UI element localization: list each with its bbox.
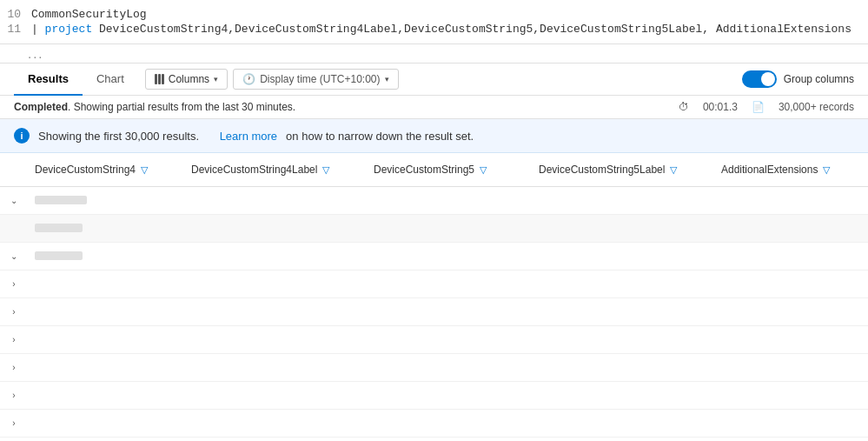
records-count: 30,000+ records (779, 101, 854, 113)
expand-button-2[interactable]: ⌄ (0, 251, 28, 261)
group-columns-toggle[interactable] (742, 70, 777, 88)
table-row: › (0, 354, 868, 382)
cell-2-3 (367, 249, 532, 264)
placeholder (35, 196, 87, 204)
records-icon: 📄 (752, 101, 765, 113)
col-header-2[interactable]: DeviceCustomString4Label ▽ (184, 160, 367, 179)
clock-icon: 🕐 (242, 73, 255, 85)
expand-button-4[interactable]: › (0, 307, 28, 317)
cell-2-2 (184, 249, 367, 264)
placeholder (35, 224, 83, 232)
columns-button-label: Columns (169, 73, 209, 85)
info-banner: i Showing the first 30,000 results. Lear… (0, 119, 868, 153)
info-message-before: Showing the first 30,000 results. (38, 130, 199, 143)
group-columns-label: Group columns (784, 73, 854, 85)
columns-icon (155, 74, 164, 84)
group-columns-toggle-container: Group columns (742, 70, 854, 88)
filter-icon-5[interactable]: ▽ (823, 164, 830, 176)
filter-icon-1[interactable]: ▽ (141, 164, 148, 176)
cell-4-2 (184, 311, 367, 314)
more-options-dots[interactable]: ... (28, 46, 44, 61)
table-row: ⌄ (0, 243, 868, 271)
cell-sub-1-4 (532, 221, 714, 237)
info-message-after: on how to narrow down the result set. (286, 130, 474, 143)
code-line-10: 10 CommonSecurityLog (0, 7, 868, 22)
col-1-label: DeviceCustomString4 (35, 164, 136, 176)
code-editor: 10 CommonSecurityLog 11 | project Device… (0, 0, 868, 44)
expand-button-7[interactable]: › (0, 391, 28, 400)
cell-1-4 (532, 193, 714, 209)
row-data-6 (28, 363, 868, 373)
cell-sub-1-3 (367, 221, 532, 237)
expand-button-8[interactable]: › (0, 418, 28, 428)
code-text-10: CommonSecurityLog (31, 8, 147, 21)
cell-2-5 (714, 249, 868, 264)
row-data-5 (28, 335, 868, 345)
row-sub-data-1 (28, 216, 868, 242)
col-3-label: DeviceCustomString5 (374, 164, 474, 176)
completed-label: Completed (14, 101, 68, 113)
status-right: ⏱ 00:01.3 📄 30,000+ records (679, 101, 854, 113)
col-header-5[interactable]: AdditionalExtensions ▽ (714, 160, 868, 179)
cell-1-3 (367, 193, 532, 209)
table-header: DeviceCustomString4 ▽ DeviceCustomString… (0, 153, 868, 187)
col-5-label: AdditionalExtensions (721, 164, 818, 176)
time-icon: ⏱ (679, 101, 689, 113)
filter-icon-4[interactable]: ▽ (670, 164, 677, 176)
cell-3-2 (184, 283, 367, 286)
columns-button[interactable]: Columns ▾ (145, 69, 228, 90)
display-time-label: Display time (UTC+10:00) (260, 73, 380, 85)
expand-button-3[interactable]: › (0, 279, 28, 289)
cell-sub-1-5 (714, 221, 868, 237)
info-icon: i (14, 128, 30, 144)
project-fields: DeviceCustomString4,DeviceCustomString4L… (92, 23, 851, 36)
tab-results[interactable]: Results (14, 63, 83, 96)
expand-button-5[interactable]: › (0, 335, 28, 344)
cell-sub-1-1 (28, 221, 184, 237)
cell-3-4 (532, 283, 714, 286)
expand-button-6[interactable]: › (0, 363, 28, 372)
cell-1-2 (184, 193, 367, 209)
cell-sub-1-2 (184, 221, 367, 237)
col-2-label: DeviceCustomString4Label (191, 164, 317, 176)
col-header-4[interactable]: DeviceCustomString5Label ▽ (532, 160, 714, 179)
col-header-1[interactable]: DeviceCustomString4 ▽ (28, 160, 184, 179)
table-row: › (0, 298, 868, 326)
status-bar: Completed. Showing partial results from … (0, 96, 868, 119)
placeholder (35, 251, 83, 260)
display-time-button[interactable]: 🕐 Display time (UTC+10:00) ▾ (233, 69, 398, 90)
filter-icon-3[interactable]: ▽ (480, 164, 487, 176)
line-number-11: 11 (0, 23, 31, 36)
results-table: DeviceCustomString4 ▽ DeviceCustomString… (0, 153, 868, 438)
table-row: › (0, 271, 868, 298)
row-data-4 (28, 305, 868, 319)
row-data-1 (28, 188, 868, 214)
row-data-8 (28, 418, 868, 429)
cell-3-1 (28, 283, 184, 286)
tab-chart[interactable]: Chart (83, 63, 138, 96)
columns-chevron-icon: ▾ (214, 75, 218, 84)
cell-2-1 (28, 249, 184, 264)
cell-2-4 (532, 249, 714, 264)
line-number-10: 10 (0, 8, 31, 21)
status-details: . Showing partial results from the last … (68, 101, 295, 113)
project-keyword: project (45, 23, 93, 36)
execution-time: 00:01.3 (703, 101, 738, 113)
col-4-label: DeviceCustomString5Label (539, 164, 665, 176)
cell-3-5 (714, 283, 868, 286)
table-row: › (0, 410, 868, 438)
learn-more-link[interactable]: Learn more (220, 130, 277, 143)
expand-button-1[interactable]: ⌄ (0, 196, 28, 205)
table-row: › (0, 382, 868, 410)
row-data-3 (28, 277, 868, 291)
code-text-11: | project DeviceCustomString4,DeviceCust… (31, 23, 851, 36)
toggle-thumb (761, 72, 775, 86)
row-data-7 (28, 391, 868, 401)
table-row: › (0, 326, 868, 354)
col-header-3[interactable]: DeviceCustomString5 ▽ (367, 160, 532, 179)
cell-4-1 (28, 311, 184, 314)
filter-icon-2[interactable]: ▽ (322, 164, 329, 176)
code-line-11: 11 | project DeviceCustomString4,DeviceC… (0, 22, 868, 37)
cell-1-5 (714, 193, 868, 209)
tabs-bar: Results Chart Columns ▾ 🕐 Display time (… (0, 63, 868, 96)
